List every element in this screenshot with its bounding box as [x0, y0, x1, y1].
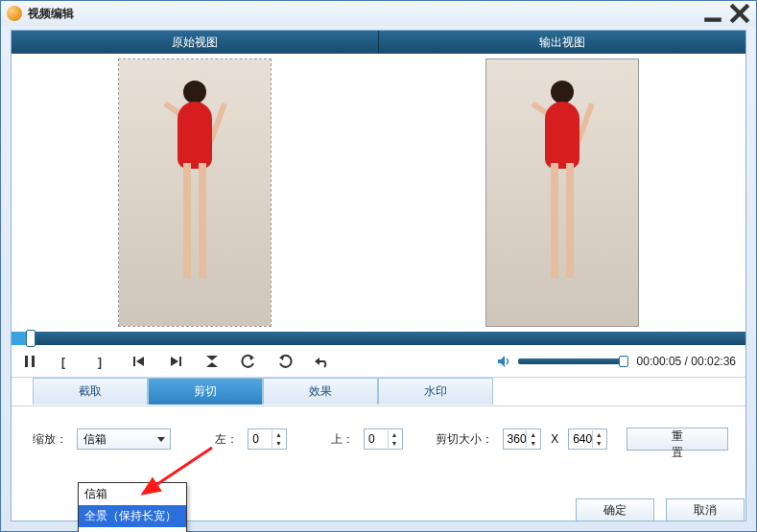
- top-up[interactable]: ▲: [388, 430, 401, 439]
- scale-select[interactable]: 信箱: [77, 428, 171, 450]
- ok-button[interactable]: 确定: [576, 498, 654, 521]
- header-output: 输出视图: [379, 31, 745, 54]
- rotate-cw-button[interactable]: [276, 353, 294, 370]
- left-down[interactable]: ▼: [272, 439, 285, 448]
- preview-header: 原始视图 输出视图: [12, 31, 745, 54]
- svg-marker-8: [136, 357, 144, 366]
- cropsize-label: 剪切大小：: [432, 431, 493, 448]
- undo-button[interactable]: [313, 353, 330, 370]
- top-down[interactable]: ▼: [388, 439, 401, 448]
- reset-button[interactable]: 重置: [627, 428, 728, 451]
- scale-option-1[interactable]: 全景（保持长宽）: [79, 505, 186, 527]
- cropsize-sep: X: [551, 432, 558, 446]
- svg-rect-10: [179, 357, 181, 366]
- client-area: 原始视图 输出视图 [ ]: [11, 30, 746, 521]
- volume-knob[interactable]: [619, 356, 628, 367]
- tab-crop[interactable]: 截取: [33, 378, 148, 405]
- timecode: 00:00:05 / 00:02:36: [637, 355, 736, 368]
- svg-text:[: [: [61, 356, 65, 369]
- crop-w-spinner[interactable]: ▲▼: [503, 428, 542, 450]
- scale-value: 信箱: [83, 431, 106, 448]
- scrubber-thumb[interactable]: [26, 330, 35, 347]
- svg-text:]: ]: [98, 356, 102, 369]
- volume-icon[interactable]: [495, 353, 512, 370]
- svg-marker-12: [206, 362, 218, 367]
- crop-w-up[interactable]: ▲: [526, 430, 539, 439]
- scale-dropdown: 信箱 全景（保持长宽） 放大剪切: [78, 482, 187, 532]
- tab-trim[interactable]: 剪切: [148, 378, 263, 405]
- top-label: 上：: [316, 431, 354, 448]
- header-original: 原始视图: [12, 31, 379, 54]
- original-thumb: [118, 58, 272, 327]
- left-label: 左：: [200, 431, 238, 448]
- window-controls: [702, 6, 750, 21]
- mark-out-button[interactable]: ]: [94, 353, 111, 370]
- svg-marker-11: [206, 356, 218, 360]
- svg-rect-4: [32, 356, 35, 367]
- svg-rect-7: [133, 357, 135, 366]
- left-up[interactable]: ▲: [272, 430, 285, 439]
- volume-slider[interactable]: [518, 359, 624, 364]
- preview-original[interactable]: [12, 54, 379, 332]
- close-button[interactable]: [729, 6, 750, 21]
- next-frame-button[interactable]: [167, 353, 184, 370]
- dialog-footer: 确定 取消: [576, 498, 745, 521]
- titlebar: 视频编辑: [1, 1, 756, 26]
- svg-marker-9: [171, 357, 178, 366]
- svg-rect-3: [25, 356, 28, 367]
- crop-h-spinner[interactable]: ▲▼: [568, 428, 607, 450]
- scale-option-0[interactable]: 信箱: [79, 483, 186, 505]
- mark-in-button[interactable]: [: [58, 353, 75, 370]
- window-title: 视频编辑: [28, 6, 74, 22]
- app-window: 视频编辑 原始视图 输出视图: [0, 0, 757, 532]
- preview-output[interactable]: [379, 54, 746, 332]
- minimize-button[interactable]: [702, 6, 723, 21]
- edit-tabs: 截取 剪切 效果 水印: [12, 378, 745, 406]
- playback-controls: [ ] 00:00:05 / 00:02:36: [12, 345, 745, 378]
- tab-effect[interactable]: 效果: [263, 378, 378, 405]
- contract-icon[interactable]: [203, 353, 221, 370]
- volume-control: 00:00:05 / 00:02:36: [495, 353, 736, 370]
- preview-row: [12, 54, 745, 332]
- rotate-ccw-button[interactable]: [240, 353, 257, 370]
- cancel-button[interactable]: 取消: [666, 498, 745, 521]
- svg-marker-17: [157, 437, 165, 442]
- output-thumb: [485, 58, 639, 327]
- chevron-down-icon: [156, 433, 166, 448]
- scale-option-2[interactable]: 放大剪切: [79, 527, 186, 532]
- timeline-scrubber[interactable]: [12, 332, 745, 345]
- crop-w-down[interactable]: ▼: [526, 439, 539, 448]
- crop-h-up[interactable]: ▲: [592, 430, 605, 439]
- app-icon: [7, 6, 22, 21]
- scale-label: 缩放：: [29, 431, 67, 448]
- trim-row: 缩放： 信箱 左： ▲▼ 上： ▲▼ 剪切大小： ▲: [29, 428, 728, 451]
- prev-frame-button[interactable]: [130, 353, 148, 370]
- pause-button[interactable]: [21, 353, 38, 370]
- crop-h-down[interactable]: ▼: [592, 439, 605, 448]
- top-spinner[interactable]: ▲▼: [364, 428, 403, 450]
- svg-marker-15: [315, 358, 319, 365]
- left-spinner[interactable]: ▲▼: [248, 428, 287, 450]
- svg-marker-16: [498, 356, 505, 367]
- tab-watermark[interactable]: 水印: [378, 378, 493, 405]
